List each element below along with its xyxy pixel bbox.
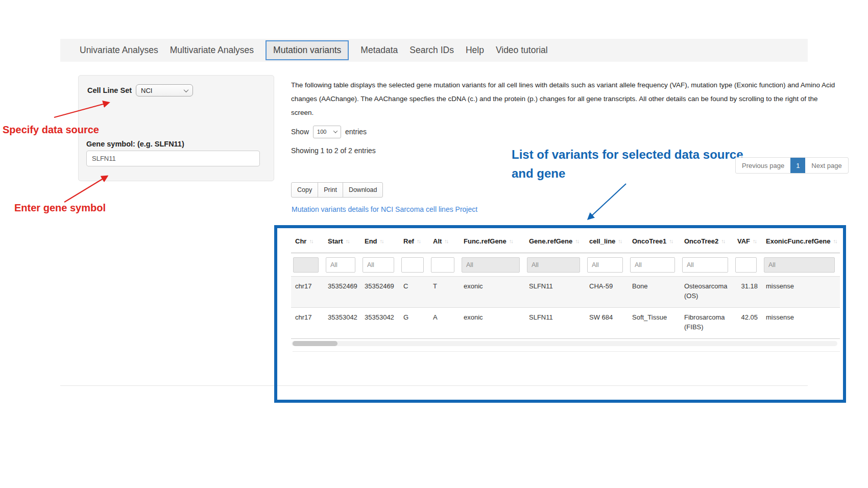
- chevron-down-icon: [184, 87, 189, 92]
- controls-panel: Cell Line Set NCI Gene symbol: (e.g. SLF…: [78, 75, 274, 181]
- annotation-list-of-variants: List of variants for selected data sourc…: [512, 145, 746, 183]
- cell-line-set-value: NCI: [141, 87, 152, 94]
- gene-symbol-label: Gene symbol: (e.g. SLFN11): [86, 140, 184, 148]
- tab-video-tutorial[interactable]: Video tutorial: [496, 41, 548, 60]
- print-button[interactable]: Print: [318, 182, 343, 198]
- pagination: Previous page 1 Next page: [735, 157, 849, 174]
- showing-entries-status: Showing 1 to 2 of 2 entries: [291, 147, 376, 155]
- download-button[interactable]: Download: [343, 182, 383, 198]
- tab-univariate-analyses[interactable]: Univariate Analyses: [80, 41, 158, 60]
- tab-search-ids[interactable]: Search IDs: [409, 41, 454, 60]
- tab-help[interactable]: Help: [466, 41, 484, 60]
- cell-line-set-select[interactable]: NCI: [136, 84, 193, 96]
- table-description: The following table displays the selecte…: [291, 78, 837, 119]
- entries-per-page-value: 100: [317, 129, 326, 135]
- gene-symbol-input[interactable]: [86, 151, 260, 166]
- show-label: Show: [291, 128, 309, 136]
- entries-label: entries: [345, 128, 367, 136]
- tab-metadata[interactable]: Metadata: [360, 41, 398, 60]
- entries-per-page-select[interactable]: 100: [313, 126, 341, 138]
- copy-button[interactable]: Copy: [291, 182, 318, 198]
- page-1-button[interactable]: 1: [790, 158, 805, 173]
- previous-page-button[interactable]: Previous page: [736, 158, 790, 173]
- cell-line-set-label: Cell Line Set: [87, 86, 132, 94]
- annotation-specify-data-source: Specify data source: [3, 124, 99, 136]
- blue-arrow-to-table: [588, 184, 626, 219]
- entries-control: Show 100 entries: [291, 125, 367, 138]
- export-button-group: CopyPrintDownload: [291, 182, 383, 198]
- table-highlight-box: [274, 225, 846, 403]
- chevron-down-icon: [333, 129, 337, 133]
- annotation-enter-gene-symbol: Enter gene symbol: [14, 202, 106, 214]
- next-page-button[interactable]: Next page: [805, 158, 848, 173]
- table-caption-link[interactable]: Mutation variants details for NCI Sarcom…: [292, 205, 477, 213]
- tab-mutation-variants[interactable]: Mutation variants: [266, 40, 349, 60]
- main-nav-bar: Univariate AnalysesMultivariate Analyses…: [60, 39, 808, 62]
- tab-multivariate-analyses[interactable]: Multivariate Analyses: [170, 41, 254, 60]
